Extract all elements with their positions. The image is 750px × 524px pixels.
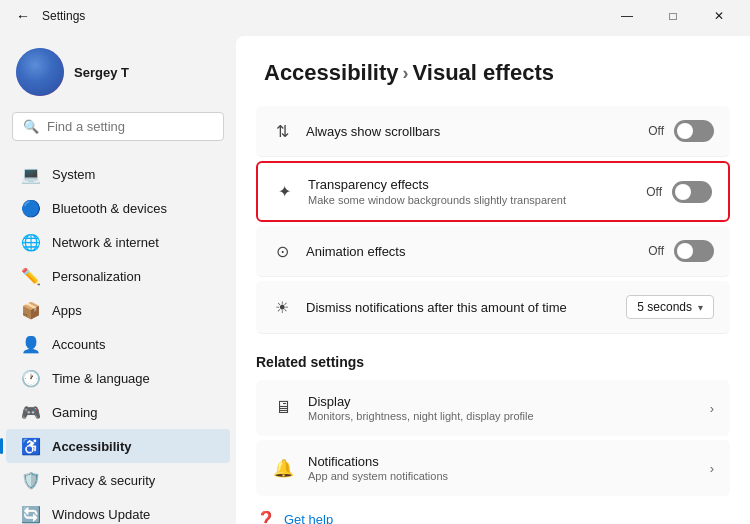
toggle-label-transparency: Off — [646, 185, 662, 199]
sidebar-item-personalization[interactable]: ✏️ Personalization — [6, 259, 230, 293]
user-section: Sergey T — [0, 40, 236, 112]
dropdown-notifications[interactable]: 5 seconds ▾ — [626, 295, 714, 319]
maximize-button[interactable]: □ — [650, 0, 696, 32]
network-nav-icon: 🌐 — [22, 233, 40, 251]
sidebar-item-label-time: Time & language — [52, 371, 150, 386]
related-item-text-notifications: Notifications App and system notificatio… — [308, 454, 448, 482]
related-title-display: Display — [308, 394, 534, 409]
app-body: Sergey T 🔍 💻 System 🔵 Bluetooth & device… — [0, 32, 750, 524]
privacy-nav-icon: 🛡️ — [22, 471, 40, 489]
related-desc-display: Monitors, brightness, night light, displ… — [308, 410, 534, 422]
setting-right-animation: Off — [648, 240, 714, 262]
sidebar-item-label-personalization: Personalization — [52, 269, 141, 284]
personalization-nav-icon: ✏️ — [22, 267, 40, 285]
related-item-text-display: Display Monitors, brightness, night ligh… — [308, 394, 534, 422]
setting-text-animation: Animation effects — [306, 244, 405, 259]
toggle-animation[interactable] — [674, 240, 714, 262]
get-help-icon: ❓ — [256, 510, 276, 524]
setting-text-transparency: Transparency effects Make some window ba… — [308, 177, 566, 206]
toggle-knob-animation — [677, 243, 693, 259]
transparency-setting-icon: ✦ — [274, 182, 294, 202]
toggle-transparency[interactable] — [672, 181, 712, 203]
breadcrumb-current: Visual effects — [413, 60, 554, 86]
toggle-knob-scrollbars — [677, 123, 693, 139]
sidebar-item-privacy[interactable]: 🛡️ Privacy & security — [6, 463, 230, 497]
system-nav-icon: 💻 — [22, 165, 40, 183]
sidebar-item-update[interactable]: 🔄 Windows Update — [6, 497, 230, 524]
breadcrumb-parent[interactable]: Accessibility — [264, 60, 399, 86]
sidebar-item-label-apps: Apps — [52, 303, 82, 318]
sidebar-item-label-accessibility: Accessibility — [52, 439, 132, 454]
get-help-link[interactable]: Get help — [284, 512, 333, 524]
toggle-scrollbars[interactable] — [674, 120, 714, 142]
breadcrumb-separator: › — [403, 63, 409, 84]
related-item-display[interactable]: 🖥 Display Monitors, brightness, night li… — [256, 380, 730, 436]
setting-row-transparency: ✦ Transparency effects Make some window … — [256, 161, 730, 222]
display-related-icon: 🖥 — [272, 397, 294, 419]
search-input[interactable] — [47, 119, 215, 134]
settings-list: ⇅ Always show scrollbars Off ✦ Transpare… — [236, 106, 750, 524]
sidebar-item-gaming[interactable]: 🎮 Gaming — [6, 395, 230, 429]
sidebar-item-label-system: System — [52, 167, 95, 182]
sidebar-item-label-privacy: Privacy & security — [52, 473, 155, 488]
sidebar-item-accessibility[interactable]: ♿ Accessibility — [6, 429, 230, 463]
setting-title-transparency: Transparency effects — [308, 177, 566, 192]
setting-row-notifications: ☀ Dismiss notifications after this amoun… — [256, 281, 730, 334]
toggle-label-animation: Off — [648, 244, 664, 258]
search-box[interactable]: 🔍 — [12, 112, 224, 141]
close-button[interactable]: ✕ — [696, 0, 742, 32]
dropdown-value-notifications: 5 seconds — [637, 300, 692, 314]
search-icon: 🔍 — [23, 119, 39, 134]
time-nav-icon: 🕐 — [22, 369, 40, 387]
related-item-notifications[interactable]: 🔔 Notifications App and system notificat… — [256, 440, 730, 496]
notifications-related-icon: 🔔 — [272, 457, 294, 479]
chevron-right-display: › — [710, 401, 714, 416]
toggle-knob-transparency — [675, 184, 691, 200]
update-nav-icon: 🔄 — [22, 505, 40, 523]
get-help[interactable]: ❓ Get help — [256, 500, 730, 524]
setting-desc-transparency: Make some window backgrounds slightly tr… — [308, 194, 566, 206]
sidebar-item-accounts[interactable]: 👤 Accounts — [6, 327, 230, 361]
related-desc-notifications: App and system notifications — [308, 470, 448, 482]
sidebar-item-label-bluetooth: Bluetooth & devices — [52, 201, 167, 216]
setting-left-notifications: ☀ Dismiss notifications after this amoun… — [272, 297, 626, 317]
sidebar: Sergey T 🔍 💻 System 🔵 Bluetooth & device… — [0, 32, 236, 524]
setting-title-notifications: Dismiss notifications after this amount … — [306, 300, 567, 315]
sidebar-item-bluetooth[interactable]: 🔵 Bluetooth & devices — [6, 191, 230, 225]
sidebar-item-network[interactable]: 🌐 Network & internet — [6, 225, 230, 259]
setting-left-animation: ⊙ Animation effects — [272, 241, 648, 261]
notifications-setting-icon: ☀ — [272, 297, 292, 317]
setting-row-scrollbars: ⇅ Always show scrollbars Off — [256, 106, 730, 157]
sidebar-item-label-network: Network & internet — [52, 235, 159, 250]
setting-right-transparency: Off — [646, 181, 712, 203]
titlebar-left: ← Settings — [0, 8, 85, 24]
related-item-left-display: 🖥 Display Monitors, brightness, night li… — [272, 394, 534, 422]
setting-text-scrollbars: Always show scrollbars — [306, 124, 440, 139]
setting-left-scrollbars: ⇅ Always show scrollbars — [272, 121, 648, 141]
sidebar-item-time[interactable]: 🕐 Time & language — [6, 361, 230, 395]
content-area: Accessibility › Visual effects ⇅ Always … — [236, 36, 750, 524]
nav-list: 💻 System 🔵 Bluetooth & devices 🌐 Network… — [0, 153, 236, 524]
related-heading: Related settings — [256, 338, 730, 380]
titlebar: ← Settings — □ ✕ — [0, 0, 750, 32]
avatar[interactable] — [16, 48, 64, 96]
setting-right-scrollbars: Off — [648, 120, 714, 142]
setting-left-transparency: ✦ Transparency effects Make some window … — [274, 177, 646, 206]
setting-row-animation: ⊙ Animation effects Off — [256, 226, 730, 277]
sidebar-item-label-accounts: Accounts — [52, 337, 105, 352]
user-name: Sergey T — [74, 65, 129, 80]
sidebar-item-label-update: Windows Update — [52, 507, 150, 522]
related-title-notifications: Notifications — [308, 454, 448, 469]
sidebar-item-system[interactable]: 💻 System — [6, 157, 230, 191]
back-icon[interactable]: ← — [12, 8, 34, 24]
sidebar-item-apps[interactable]: 📦 Apps — [6, 293, 230, 327]
bluetooth-nav-icon: 🔵 — [22, 199, 40, 217]
accounts-nav-icon: 👤 — [22, 335, 40, 353]
setting-right-notifications: 5 seconds ▾ — [626, 295, 714, 319]
content-header: Accessibility › Visual effects — [236, 36, 750, 106]
dropdown-arrow-notifications: ▾ — [698, 302, 703, 313]
scrollbars-setting-icon: ⇅ — [272, 121, 292, 141]
titlebar-controls: — □ ✕ — [604, 0, 742, 32]
minimize-button[interactable]: — — [604, 0, 650, 32]
animation-setting-icon: ⊙ — [272, 241, 292, 261]
